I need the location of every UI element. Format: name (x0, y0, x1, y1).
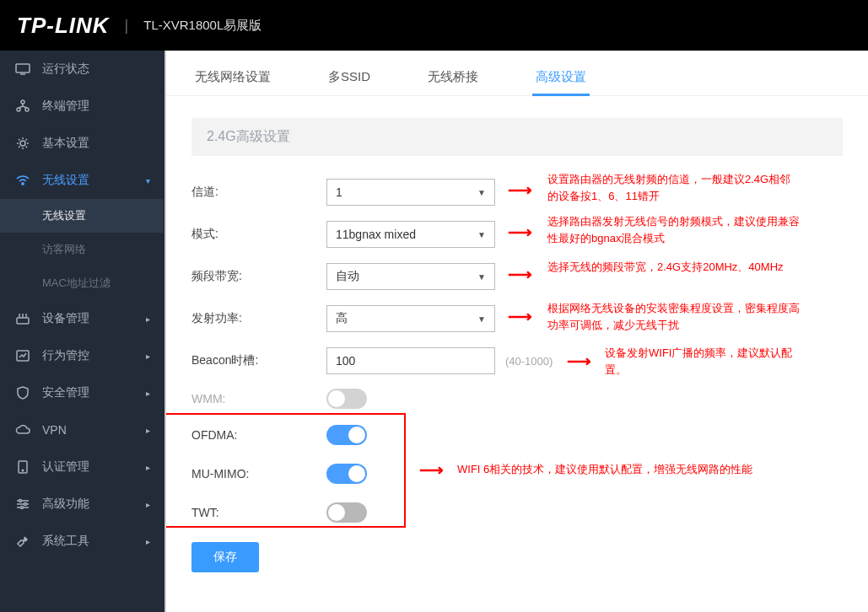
sidebar-sub-guest[interactable]: 访客网络 (0, 233, 164, 266)
svg-point-9 (22, 183, 24, 185)
chevron-down-icon: ▾ (146, 176, 150, 185)
auth-icon (13, 459, 32, 475)
caret-down-icon: ▼ (477, 230, 486, 239)
sidebar-item-label: VPN (42, 423, 67, 437)
sidebar-item-advanced[interactable]: 高级功能 ▸ (0, 486, 164, 523)
section-title: 2.4G高级设置 (191, 118, 843, 156)
monitor-icon (13, 62, 32, 77)
channel-label: 信道: (191, 185, 326, 200)
caret-down-icon: ▼ (477, 314, 486, 324)
chevron-right-icon: ▸ (146, 463, 150, 472)
annotation-bandwidth: 选择无线的频段带宽，2.4G支持20MHz、40MHz (547, 259, 801, 276)
chevron-right-icon: ▸ (146, 537, 150, 546)
wifi-icon (13, 173, 32, 188)
header-divider: | (125, 17, 129, 35)
cloud-icon (13, 422, 32, 438)
sidebar-item-device[interactable]: 设备管理 ▸ (0, 300, 164, 337)
mumimo-toggle[interactable] (326, 464, 367, 484)
svg-point-4 (25, 108, 29, 111)
sliders-icon (13, 497, 32, 512)
arrow-icon: ⟶ (419, 459, 444, 480)
wmm-label: WMM: (191, 392, 326, 405)
chevron-right-icon: ▸ (146, 426, 150, 435)
beacon-input[interactable] (326, 347, 495, 374)
twt-label: TWT: (191, 506, 326, 519)
txpower-label: 发射功率: (191, 311, 326, 326)
svg-line-7 (23, 106, 27, 108)
beacon-label: Beacon时槽: (191, 353, 326, 368)
sidebar-sub-macfilter[interactable]: MAC地址过滤 (0, 266, 164, 300)
sidebar-item-basic[interactable]: 基本设置 (0, 125, 164, 162)
wmm-toggle (326, 389, 367, 409)
beacon-hint: (40-1000) (505, 355, 553, 368)
sidebar-item-label: 行为管控 (42, 348, 89, 363)
sidebar-item-label: 运行状态 (42, 62, 89, 77)
arrow-icon: ⟶ (508, 180, 532, 200)
nodes-icon (13, 99, 32, 114)
logo: TP-LINK (17, 13, 110, 39)
arrow-icon: ⟶ (567, 351, 591, 371)
mumimo-label: MU-MIMO: (191, 467, 326, 480)
sidebar-item-system[interactable]: 系统工具 ▸ (0, 523, 164, 560)
twt-toggle[interactable] (326, 502, 367, 523)
channel-select[interactable]: 1▼ (326, 179, 495, 206)
device-icon (13, 311, 32, 326)
sidebar-item-wireless[interactable]: 无线设置 ▾ (0, 162, 164, 199)
svg-point-8 (20, 141, 25, 146)
svg-point-22 (21, 507, 24, 509)
sidebar-item-label: 高级功能 (42, 497, 89, 512)
txpower-select[interactable]: 高▼ (326, 305, 495, 332)
wrench-icon (13, 534, 32, 549)
tabs: 无线网络设置 多SSID 无线桥接 高级设置 (166, 51, 868, 96)
bandwidth-select[interactable]: 自动▼ (326, 263, 495, 290)
sidebar-item-security[interactable]: 安全管理 ▸ (0, 374, 164, 411)
svg-rect-0 (16, 64, 30, 72)
annotation-beacon: 设备发射WIFI广播的频率，建议默认配置。 (605, 345, 807, 378)
caret-down-icon: ▼ (477, 188, 486, 197)
chevron-right-icon: ▸ (146, 352, 150, 361)
mode-label: 模式: (191, 227, 326, 242)
arrow-icon: ⟶ (508, 264, 532, 284)
behavior-icon (13, 348, 32, 363)
sidebar-item-label: 安全管理 (42, 385, 89, 400)
save-button[interactable]: 保存 (191, 542, 259, 572)
main-content: 无线网络设置 多SSID 无线桥接 高级设置 2.4G高级设置 信道: 1▼ 模… (164, 51, 868, 612)
gear-icon (13, 136, 32, 151)
sidebar-item-terminal[interactable]: 终端管理 (0, 88, 164, 125)
bandwidth-label: 频段带宽: (191, 269, 326, 284)
annotation-txpower: 根据网络无线设备的安装密集程度设置，密集程度高功率可调低，减少无线干扰 (547, 300, 801, 333)
tab-bridge[interactable]: 无线桥接 (424, 59, 482, 95)
caret-down-icon: ▼ (477, 272, 486, 282)
tab-wireless-settings[interactable]: 无线网络设置 (191, 59, 274, 95)
annotation-mode: 选择路由器发射无线信号的射频模式，建议使用兼容性最好的bgnax混合模式 (547, 213, 801, 246)
sidebar-item-label: 设备管理 (42, 311, 89, 326)
sidebar-item-auth[interactable]: 认证管理 ▸ (0, 448, 164, 486)
svg-point-20 (19, 500, 22, 502)
tab-multi-ssid[interactable]: 多SSID (325, 59, 374, 95)
arrow-icon: ⟶ (508, 306, 532, 326)
svg-point-21 (24, 503, 27, 506)
shield-icon (13, 385, 32, 400)
sidebar: 运行状态 终端管理 基本设置 无线设置 ▾ 无线设置 访客网络 MAC地址过滤 … (0, 51, 164, 612)
ofdma-toggle[interactable] (326, 425, 367, 445)
sidebar-item-label: 无线设置 (42, 173, 89, 188)
sidebar-item-vpn[interactable]: VPN ▸ (0, 411, 164, 448)
mode-select[interactable]: 11bgnax mixed▼ (326, 221, 495, 248)
sidebar-item-label: 终端管理 (42, 99, 89, 114)
sidebar-item-label: 基本设置 (42, 136, 89, 151)
svg-line-6 (19, 106, 23, 108)
svg-rect-10 (17, 318, 29, 324)
sidebar-sub-wireless[interactable]: 无线设置 (0, 199, 164, 233)
sidebar-item-label: 系统工具 (42, 534, 89, 549)
arrow-icon: ⟶ (508, 222, 532, 242)
model-name: TL-XVR1800L易展版 (143, 18, 261, 34)
annotation-wifi6: WIFI 6相关的技术，建议使用默认配置，增强无线网路的性能 (457, 461, 795, 478)
sidebar-item-behavior[interactable]: 行为管控 ▸ (0, 337, 164, 374)
sidebar-item-label: 认证管理 (42, 459, 89, 475)
svg-point-3 (17, 108, 20, 111)
annotation-channel: 设置路由器的无线射频的信道，一般建议2.4G相邻的设备按1、6、11错开 (547, 171, 801, 204)
svg-point-16 (22, 470, 24, 471)
ofdma-label: OFDMA: (191, 428, 326, 442)
tab-advanced[interactable]: 高级设置 (532, 59, 590, 95)
sidebar-item-status[interactable]: 运行状态 (0, 51, 164, 88)
